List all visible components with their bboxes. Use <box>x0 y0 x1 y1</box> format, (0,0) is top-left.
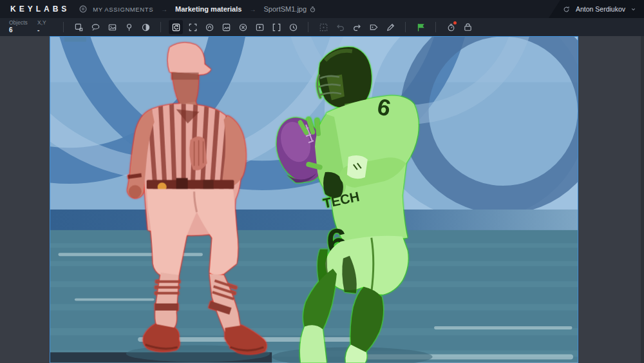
notification-badge <box>453 21 457 25</box>
region-select-tool-icon <box>316 20 330 34</box>
lasso-tool-icon[interactable] <box>88 20 102 34</box>
annotated-image: 6 TECH 6 <box>50 37 578 363</box>
media-tool-icon[interactable] <box>252 20 267 34</box>
image-tool-icon[interactable] <box>219 20 233 34</box>
breadcrumb-file[interactable]: SportSM1.jpg <box>263 5 316 13</box>
breadcrumb-separator: → <box>158 6 170 13</box>
assignments-icon <box>79 5 88 14</box>
breadcrumb-file-label: SportSM1.jpg <box>263 5 307 13</box>
octagon-tool-icon[interactable] <box>236 20 250 34</box>
toolbar-divider <box>63 22 64 32</box>
label-tool-icon[interactable] <box>366 20 381 34</box>
xy-readout: X,Y - <box>37 20 57 34</box>
workspace: 6 TECH 6 <box>0 36 644 363</box>
brackets-tool-icon[interactable] <box>269 20 283 34</box>
user-menu[interactable]: Anton Serdiukov <box>549 0 644 18</box>
annotation-canvas[interactable]: 6 TECH 6 <box>50 36 578 363</box>
smart-select-tool-icon[interactable] <box>202 20 216 34</box>
fit-screen-tool-icon[interactable] <box>185 20 200 34</box>
toolbar-divider <box>435 22 436 32</box>
pin-tool-icon[interactable] <box>122 20 136 34</box>
flag-tool-icon[interactable] <box>413 20 428 34</box>
user-name: Anton Serdiukov <box>576 5 625 13</box>
breadcrumb-project[interactable]: Marketing materials <box>175 5 242 13</box>
toolbar-divider <box>160 22 161 32</box>
file-timer-icon <box>309 6 316 13</box>
objects-label: Objects <box>9 20 28 26</box>
undo-icon <box>333 20 347 34</box>
xy-label: X,Y <box>37 20 57 26</box>
toolbar-divider <box>308 22 308 32</box>
contrast-tool-icon[interactable] <box>138 20 153 34</box>
breadcrumb-my-assignments[interactable]: MY ASSIGNMENTS <box>93 6 153 13</box>
history-tool-icon[interactable] <box>286 20 300 34</box>
frame-tool-icon[interactable] <box>105 20 119 34</box>
tool-bar: Objects 6 X,Y - <box>0 18 644 36</box>
objects-counter: Objects 6 <box>9 20 28 34</box>
transform-tool-icon[interactable] <box>169 20 183 34</box>
top-bar: KEYLABS MY ASSIGNMENTS → Marketing mater… <box>0 0 644 18</box>
brand-logo: KEYLABS <box>0 5 79 14</box>
breadcrumb-separator: → <box>247 6 258 13</box>
status-indicator-icon[interactable] <box>444 20 458 34</box>
xy-value: - <box>37 26 57 34</box>
redo-icon[interactable] <box>350 20 364 34</box>
toolbar-divider <box>405 22 406 32</box>
chevron-down-icon <box>630 6 636 12</box>
objects-value: 6 <box>9 26 28 34</box>
breadcrumb: MY ASSIGNMENTS → Marketing materials → S… <box>79 5 316 14</box>
toolbox-icon[interactable] <box>460 20 475 34</box>
pen-tool-icon[interactable] <box>383 20 397 34</box>
sync-icon <box>562 5 571 14</box>
shape-tool-icon[interactable] <box>71 20 86 34</box>
vertical-scrollbar[interactable] <box>641 36 644 363</box>
